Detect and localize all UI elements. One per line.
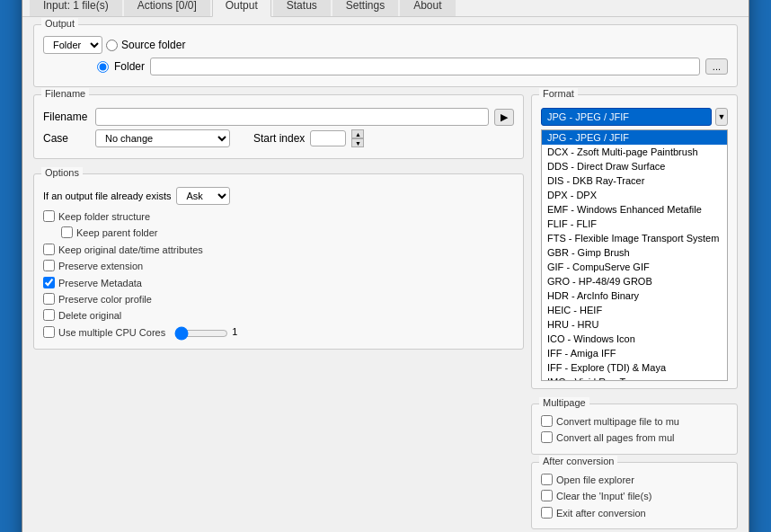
preserve-extension-label: Preserve extension <box>58 260 143 273</box>
format-item-dcx[interactable]: DCX - Zsoft Multi-page Paintbrush <box>542 145 727 159</box>
format-item-hru[interactable]: HRU - HRU <box>542 317 727 332</box>
format-list[interactable]: JPG - JPEG / JFIF DCX - Zsoft Multi-page… <box>541 129 728 381</box>
convert-multipage-checkbox[interactable] <box>541 415 553 427</box>
after-section: After conversion Open file explorer Clea… <box>531 462 738 529</box>
format-item-iff2[interactable]: IFF - Explore (TDI) & Maya <box>542 360 727 375</box>
keep-datetime-checkbox[interactable] <box>43 244 55 255</box>
tab-actions[interactable]: Actions [0/0] <box>124 0 210 16</box>
folder-type-dropdown[interactable]: Folder <box>43 36 102 54</box>
filename-label: Filename <box>43 111 90 123</box>
format-item-gif[interactable]: GIF - CompuServe GIF <box>542 260 727 274</box>
options-content: If an output file already exists Ask Kee… <box>43 187 514 341</box>
preserve-extension-checkbox[interactable] <box>43 260 55 271</box>
tab-status[interactable]: Status <box>273 0 331 16</box>
convert-multipage-label: Convert multipage file to mu <box>556 415 679 429</box>
cpu-cores-value: 1 <box>232 326 237 337</box>
case-label: Case <box>43 132 90 145</box>
use-cpu-row: Use multiple CPU Cores 1 <box>43 326 514 341</box>
filename-section-label: Filename <box>41 88 89 99</box>
tab-about[interactable]: About <box>400 0 455 16</box>
options-section: Options If an output file already exists… <box>33 173 524 350</box>
keep-folder-row: Keep folder structure <box>43 210 514 224</box>
preserve-color-checkbox[interactable] <box>43 293 55 305</box>
after-label: After conversion <box>539 456 617 466</box>
format-item-dds[interactable]: DDS - Direct Draw Surface <box>542 159 727 173</box>
output-section: Output Folder Source folder Folder C:\Us… <box>33 24 738 87</box>
source-folder-radio[interactable] <box>106 40 118 51</box>
if-exists-row: If an output file already exists Ask <box>43 187 514 205</box>
spin-up-button[interactable]: ▲ <box>351 129 364 138</box>
open-explorer-label: Open file explorer <box>556 474 634 487</box>
cpu-cores-slider[interactable] <box>174 326 228 341</box>
left-column: Filename Filename my jpg image ▶ Case No… <box>33 94 524 529</box>
start-index-input[interactable]: 1 <box>310 130 346 146</box>
open-explorer-checkbox[interactable] <box>541 474 553 485</box>
source-folder-label: Source folder <box>121 39 185 51</box>
format-item-hdr[interactable]: HDR - ArcInfo Binary <box>542 288 727 303</box>
preserve-metadata-checkbox[interactable] <box>43 277 55 288</box>
format-section-label: Format <box>539 88 578 99</box>
if-exists-dropdown[interactable]: Ask <box>176 187 230 205</box>
index-spinbox: ▲ ▼ <box>351 129 364 147</box>
after-content: Open file explorer Clear the 'Input' fil… <box>541 474 728 520</box>
exit-after-checkbox[interactable] <box>541 507 553 519</box>
format-selected-display: JPG - JPEG / JFIF <box>541 108 712 126</box>
preserve-extension-row: Preserve extension <box>43 260 514 273</box>
use-cpu-checkbox[interactable] <box>43 326 55 338</box>
convert-all-pages-checkbox[interactable] <box>541 431 553 443</box>
format-item-heic[interactable]: HEIC - HEIF <box>542 303 727 317</box>
format-dropdown-arrow[interactable]: ▼ <box>715 108 728 126</box>
folder-type-row: Folder Source folder <box>43 36 728 54</box>
preserve-color-row: Preserve color profile <box>43 293 514 306</box>
format-item-dpx[interactable]: DPX - DPX <box>542 188 727 202</box>
case-dropdown[interactable]: No change <box>95 129 230 147</box>
main-window: 🐾 XnConvert − □ ✕ Input: 1 file(s) Actio… <box>22 0 749 532</box>
keep-datetime-label: Keep original date/time attributes <box>58 244 203 257</box>
keep-parent-checkbox[interactable] <box>61 226 73 238</box>
tab-settings[interactable]: Settings <box>332 0 398 16</box>
format-content: JPG - JPEG / JFIF ▼ JPG - JPEG / JFIF DC… <box>541 108 728 381</box>
output-section-label: Output <box>41 18 78 29</box>
preserve-color-label: Preserve color profile <box>58 293 152 306</box>
filename-section: Filename Filename my jpg image ▶ Case No… <box>33 94 524 159</box>
tab-output[interactable]: Output <box>212 0 271 17</box>
format-item-img[interactable]: IMG - Vivid Ray-Tracer <box>542 375 727 381</box>
filename-input-row: Filename my jpg image ▶ <box>43 108 514 126</box>
filename-input[interactable]: my jpg image <box>95 108 489 126</box>
format-item-flif[interactable]: FLIF - FLIF <box>542 217 727 231</box>
keep-parent-label: Keep parent folder <box>76 226 158 240</box>
exit-after-row: Exit after conversion <box>541 507 728 520</box>
main-cols: Filename Filename my jpg image ▶ Case No… <box>33 94 738 529</box>
clear-input-row: Clear the 'Input' file(s) <box>541 490 728 503</box>
format-item-gro[interactable]: GRO - HP-48/49 GROB <box>542 274 727 288</box>
clear-input-checkbox[interactable] <box>541 490 553 501</box>
format-item-iff1[interactable]: IFF - Amiga IFF <box>542 346 727 360</box>
format-item-dis[interactable]: DIS - DKB Ray-Tracer <box>542 173 727 188</box>
format-item-jpg-top[interactable]: JPG - JPEG / JFIF <box>542 130 727 145</box>
content-area: Output Folder Source folder Folder C:\Us… <box>22 17 749 532</box>
use-cpu-label: Use multiple CPU Cores <box>58 326 165 340</box>
multipage-section: Multipage Convert multipage file to mu C… <box>531 403 738 455</box>
folder-path-input[interactable]: C:\Users\Downloads <box>150 58 700 75</box>
folder-radio[interactable] <box>97 61 109 73</box>
keep-folder-label: Keep folder structure <box>58 210 150 224</box>
preserve-metadata-row: Preserve Metadata <box>43 277 514 290</box>
keep-folder-checkbox[interactable] <box>43 210 55 222</box>
convert-all-pages-row: Convert all pages from mul <box>541 431 728 445</box>
clear-input-label: Clear the 'Input' file(s) <box>556 490 651 503</box>
filename-play-button[interactable]: ▶ <box>494 109 514 126</box>
format-item-fts[interactable]: FTS - Flexible Image Transport System <box>542 231 727 245</box>
if-exists-label: If an output file already exists <box>43 191 171 201</box>
spin-down-button[interactable]: ▼ <box>351 138 364 147</box>
format-header: JPG - JPEG / JFIF ▼ <box>541 108 728 126</box>
format-item-gbr[interactable]: GBR - Gimp Brush <box>542 245 727 260</box>
format-item-ico[interactable]: ICO - Windows Icon <box>542 332 727 346</box>
preserve-metadata-label: Preserve Metadata <box>58 277 142 290</box>
delete-original-checkbox[interactable] <box>43 309 55 321</box>
right-column: Format JPG - JPEG / JFIF ▼ JPG - JPEG / … <box>531 94 738 529</box>
keep-datetime-row: Keep original date/time attributes <box>43 244 514 257</box>
format-item-emf[interactable]: EMF - Windows Enhanced Metafile <box>542 202 727 217</box>
tab-input[interactable]: Input: 1 file(s) <box>30 0 122 16</box>
browse-folder-button[interactable]: ... <box>705 58 728 75</box>
convert-multipage-row: Convert multipage file to mu <box>541 415 728 429</box>
